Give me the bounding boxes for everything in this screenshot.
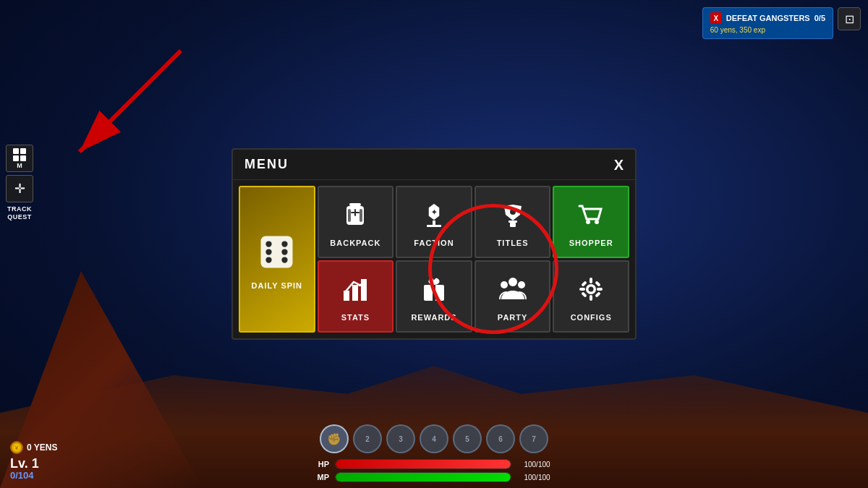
menu-item-party[interactable]: PARTY [475,260,551,333]
svg-rect-16 [261,236,293,267]
faction-label: FACTION [414,239,454,247]
shopper-label: SHOPPER [569,239,613,247]
svg-rect-36 [590,295,592,301]
svg-rect-41 [581,291,587,297]
svg-rect-29 [433,285,435,301]
svg-text:✦: ✦ [431,208,438,216]
menu-item-shopper[interactable]: SHOPPER [553,186,629,258]
menu-title: MENU [244,157,289,172]
svg-rect-24 [352,285,358,301]
svg-rect-10 [427,225,441,227]
svg-point-17 [266,241,272,247]
svg-rect-2 [349,203,361,206]
menu-backdrop: MENU X BACK [0,0,868,488]
party-label: PARTY [498,313,527,322]
menu-item-titles[interactable]: TITLES [475,186,551,258]
menu-modal-wrapper: MENU X BACK [231,148,637,340]
svg-rect-23 [344,291,349,301]
stats-label: STATS [341,313,370,322]
menu-modal: MENU X BACK [231,148,637,340]
shopper-icon [576,200,605,233]
svg-point-18 [282,241,288,247]
party-icon [498,275,527,307]
svg-point-34 [589,286,594,291]
svg-rect-6 [348,209,351,222]
svg-rect-13 [510,223,516,227]
menu-close-button[interactable]: X [614,158,624,172]
svg-point-14 [586,220,590,224]
svg-rect-37 [579,288,585,291]
menu-item-daily-spin[interactable]: DAILY SPIN [239,186,315,333]
backpack-label: BACKPACK [330,239,380,247]
svg-point-19 [266,257,272,262]
menu-header: MENU X [233,150,635,180]
menu-item-backpack[interactable]: BACKPACK [318,186,394,258]
titles-label: TITLES [497,239,529,247]
svg-point-32 [518,281,525,288]
svg-point-11 [510,209,516,215]
svg-rect-7 [359,209,362,222]
menu-item-faction[interactable]: ✦ FACTION [396,186,472,258]
svg-rect-40 [595,291,600,297]
daily-spin-icon [257,232,297,275]
stats-icon [341,275,370,307]
svg-rect-38 [597,288,603,291]
svg-point-15 [595,220,599,224]
svg-rect-25 [361,279,367,301]
svg-point-22 [282,249,288,254]
rewards-label: REWARDS [411,313,456,322]
titles-icon [498,200,527,233]
daily-spin-label: DAILY SPIN [252,281,303,290]
configs-label: CONFIGS [571,313,612,322]
svg-point-21 [266,249,272,254]
svg-point-31 [501,281,508,288]
rewards-icon [420,275,448,307]
svg-rect-5 [354,209,356,216]
configs-icon [576,275,605,307]
menu-item-configs[interactable]: CONFIGS [553,260,629,333]
backpack-icon [341,200,370,233]
svg-point-20 [282,257,288,262]
svg-rect-39 [581,281,587,286]
faction-icon: ✦ [420,200,448,233]
svg-point-30 [509,278,517,286]
svg-rect-42 [595,281,600,286]
svg-rect-12 [509,221,517,223]
menu-item-rewards[interactable]: REWARDS [396,260,472,333]
svg-rect-35 [590,278,592,283]
menu-grid: BACKPACK ✦ FACTION [233,180,635,338]
menu-item-stats[interactable]: STATS [318,260,394,333]
